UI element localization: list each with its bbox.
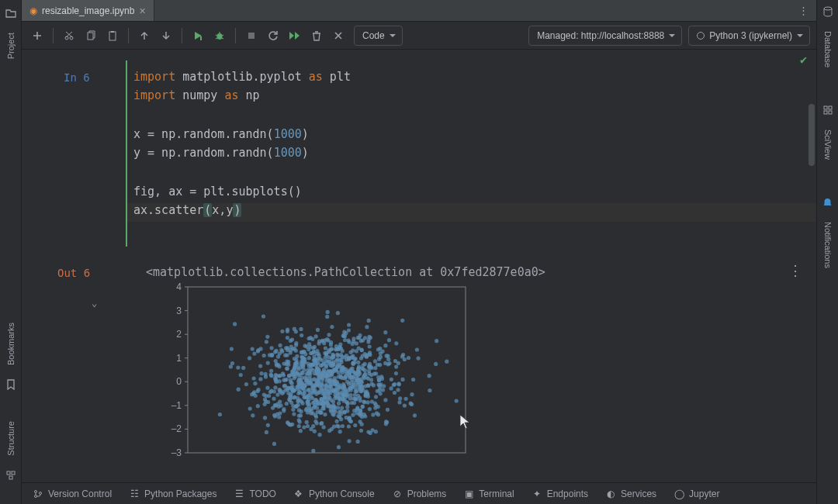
structure-icon[interactable] <box>5 470 16 481</box>
database-icon[interactable] <box>822 6 833 17</box>
svg-point-536 <box>307 356 311 360</box>
svg-point-778 <box>276 355 280 359</box>
svg-rect-6 <box>109 32 116 40</box>
svg-point-997 <box>415 347 419 351</box>
code-line[interactable]: import numpy as np <box>133 88 260 102</box>
bb-jupyter[interactable]: ◯Jupyter <box>674 488 719 499</box>
svg-point-1002 <box>342 330 346 334</box>
svg-point-885 <box>345 409 349 413</box>
bookmark-icon[interactable] <box>5 379 16 390</box>
code-line[interactable]: ax.scatter(x,y) <box>133 203 241 217</box>
code-line[interactable]: import matplotlib.pyplot as plt <box>133 70 351 84</box>
svg-point-812 <box>270 354 274 357</box>
debug-button[interactable] <box>210 26 229 45</box>
svg-point-290 <box>353 423 357 427</box>
run-all-button[interactable] <box>286 26 304 45</box>
svg-point-741 <box>365 354 369 358</box>
svg-point-982 <box>341 399 345 402</box>
code-area[interactable]: ✔ import matplotlib.pyplot as plt import… <box>127 50 816 482</box>
project-icon[interactable] <box>5 8 16 19</box>
run-cell-button[interactable] <box>189 26 207 45</box>
svg-point-181 <box>273 350 277 354</box>
svg-point-800 <box>390 386 393 390</box>
bb-todo[interactable]: ☰TODO <box>234 488 275 499</box>
svg-point-973 <box>282 407 286 411</box>
list-icon: ☰ <box>234 488 244 499</box>
move-down-button[interactable] <box>157 26 175 45</box>
clear-output-button[interactable] <box>329 26 348 45</box>
cut-button[interactable] <box>60 26 78 45</box>
svg-point-896 <box>280 350 284 354</box>
svg-point-785 <box>375 411 379 415</box>
python-icon: ❖ <box>293 488 304 499</box>
rail-item-database[interactable]: Database <box>823 26 833 72</box>
copy-button[interactable] <box>81 26 100 45</box>
bb-services[interactable]: ◐Services <box>605 488 656 499</box>
rail-item-sciview[interactable]: SciView <box>823 125 833 164</box>
svg-point-882 <box>315 367 319 371</box>
stop-button[interactable] <box>242 26 261 45</box>
bb-python-console[interactable]: ❖Python Console <box>293 488 375 499</box>
output-text: <matplotlib.collections.PathCollection a… <box>146 265 545 279</box>
svg-point-280 <box>316 328 320 332</box>
bb-python-packages[interactable]: ☷Python Packages <box>129 488 216 499</box>
move-up-button[interactable] <box>135 26 154 45</box>
svg-point-33 <box>263 416 267 419</box>
tab-resizable-image[interactable]: ◉ resizable_image.ipynb × <box>22 0 154 21</box>
svg-point-1020 <box>310 396 314 400</box>
svg-point-215 <box>411 378 415 381</box>
rail-item-project[interactable]: Project <box>6 28 16 64</box>
svg-point-835 <box>290 338 294 342</box>
restart-button[interactable] <box>264 26 282 45</box>
svg-point-986 <box>318 371 322 375</box>
rail-item-structure[interactable]: Structure <box>6 416 16 461</box>
svg-point-909 <box>368 353 372 357</box>
paste-button[interactable] <box>103 26 122 45</box>
svg-point-102 <box>270 346 274 350</box>
delete-button[interactable] <box>307 26 326 45</box>
bb-terminal[interactable]: ▣Terminal <box>463 488 514 499</box>
svg-point-823 <box>366 430 370 433</box>
tabs-overflow-icon[interactable]: ⋮ <box>791 0 816 21</box>
svg-point-965 <box>394 341 398 345</box>
svg-point-777 <box>349 393 353 397</box>
svg-point-957 <box>358 396 362 400</box>
svg-point-686 <box>302 425 306 429</box>
svg-point-178 <box>262 354 266 357</box>
bb-version-control[interactable]: Version Control <box>33 488 112 499</box>
svg-point-1006 <box>347 340 351 343</box>
cell-type-dropdown[interactable]: Code <box>354 26 403 46</box>
code-line[interactable]: x = np.random.randn(1000) <box>133 127 309 141</box>
svg-point-402 <box>285 402 289 406</box>
bb-problems[interactable]: ⊘Problems <box>392 488 447 499</box>
svg-point-705 <box>286 330 289 333</box>
tab-label: resizable_image.ipynb <box>42 5 134 16</box>
svg-point-1014 <box>347 424 351 428</box>
svg-point-599 <box>287 374 291 378</box>
sciview-icon[interactable] <box>822 105 833 116</box>
collapse-output-icon[interactable]: ⌄ <box>92 298 97 309</box>
rail-item-bookmarks[interactable]: Bookmarks <box>6 318 16 370</box>
close-icon[interactable]: × <box>139 5 145 17</box>
svg-point-984 <box>293 347 296 350</box>
notifications-icon[interactable] <box>822 197 833 208</box>
svg-point-976 <box>341 388 345 392</box>
svg-point-770 <box>372 372 376 376</box>
svg-point-129 <box>445 360 448 364</box>
code-line[interactable]: fig, ax = plt.subplots() <box>133 185 302 198</box>
svg-point-948 <box>347 369 351 373</box>
svg-point-1023 <box>317 340 321 343</box>
rail-item-notifications[interactable]: Notifications <box>823 217 833 273</box>
editor-body[interactable]: In 6 Out 6 ⌄ ✔ import matplotlib.pyplot … <box>22 50 816 482</box>
bb-endpoints[interactable]: ✦Endpoints <box>532 488 588 499</box>
kernel-dropdown[interactable]: Python 3 (ipykernel) <box>688 26 810 46</box>
output-menu-icon[interactable]: ⋮ <box>788 262 802 278</box>
add-cell-button[interactable] <box>28 26 47 45</box>
server-dropdown[interactable]: Managed: http://localhost:8888 <box>528 26 682 46</box>
checkmark-icon: ✔ <box>800 53 807 67</box>
vertical-scrollbar[interactable] <box>809 104 815 166</box>
svg-point-806 <box>347 382 351 386</box>
svg-point-935 <box>327 392 331 395</box>
svg-point-673 <box>325 315 329 319</box>
code-line[interactable]: y = np.random.randn(1000) <box>133 146 309 160</box>
